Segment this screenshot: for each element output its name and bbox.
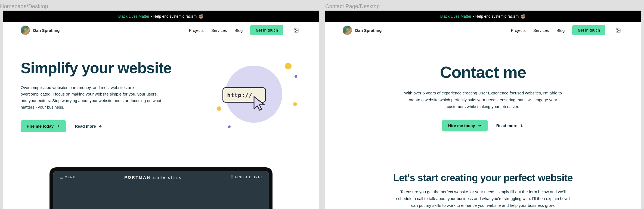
nav-blog[interactable]: Blog (556, 28, 565, 33)
hero-title: Simplify your website (21, 60, 172, 76)
read-more-link[interactable]: Read more (75, 124, 103, 128)
mockup-menu-label: MENU (65, 176, 76, 179)
form-intro-title: Let's start creating your perfect websit… (358, 172, 608, 184)
pin-icon (231, 176, 233, 179)
brand-name: Dan Spratling (33, 28, 60, 33)
banner-highlight: Black Lives Matter (440, 14, 471, 19)
get-in-touch-button[interactable]: Get in touch (250, 25, 283, 35)
illus-dot (285, 63, 292, 69)
announcement-banner[interactable]: Black Lives Matter - Help end systemic r… (3, 11, 319, 22)
form-intro-section: Let's start creating your perfect websit… (325, 148, 641, 209)
mockup-nav: MENU PORTMAN smile clinic FIND A CLINIC (53, 171, 269, 183)
arrow-right-icon (56, 124, 60, 128)
read-more-label: Read more (75, 124, 96, 128)
hire-me-label: Hire me today (27, 124, 54, 128)
laptop-mockup-wrap: MENU PORTMAN smile clinic FIND A CLINIC (3, 167, 319, 209)
arrow-down-icon (519, 124, 524, 128)
hero-illustration: http:// (217, 60, 293, 131)
announcement-banner[interactable]: Black Lives Matter - Help end systemic r… (325, 11, 641, 22)
nav-links: Projects Services Blog Get in touch (189, 25, 301, 35)
illus-dot (228, 125, 231, 128)
fist-icon: ✊🏽 (198, 14, 204, 19)
homepage-frame: Black Lives Matter - Help end systemic r… (3, 11, 319, 209)
contact-description: With over 5 years of experience creating… (401, 90, 565, 110)
arrow-down-icon (98, 124, 103, 128)
avatar (343, 26, 352, 35)
banner-text: - Help end systemic racism (151, 14, 197, 19)
laptop-screen: MENU PORTMAN smile clinic FIND A CLINIC (53, 171, 269, 209)
fist-icon: ✊🏽 (520, 14, 526, 19)
hamburger-icon (60, 176, 63, 179)
frame-label-contact: Contact Page/Desktop (325, 3, 641, 10)
banner-highlight: Black Lives Matter (118, 14, 149, 19)
read-more-link[interactable]: Read more (496, 123, 524, 128)
contact-frame: Black Lives Matter - Help end systemic r… (325, 11, 641, 209)
theme-toggle-button[interactable] (613, 25, 623, 35)
mockup-menu: MENU (60, 176, 76, 179)
hire-me-label: Hire me today (448, 123, 475, 128)
contact-actions: Hire me today Read more (358, 120, 608, 131)
illus-dot (293, 102, 297, 106)
nav-projects[interactable]: Projects (511, 28, 526, 33)
illus-dot (217, 106, 221, 111)
svg-point-1 (295, 29, 296, 30)
theme-icon (615, 27, 621, 33)
contact-hero: Contact me With over 5 years of experien… (325, 38, 641, 148)
hire-me-button[interactable]: Hire me today (21, 120, 66, 132)
mockup-find-clinic: FIND A CLINIC (231, 176, 262, 179)
nav-projects[interactable]: Projects (189, 28, 204, 33)
banner-text: - Help end systemic racism (473, 14, 519, 19)
brand-name: Dan Spratling (355, 28, 382, 33)
nav-links: Projects Services Blog Get in touch (511, 25, 623, 35)
hero-text: Simplify your website Overcomplicated we… (21, 60, 172, 132)
nav-blog[interactable]: Blog (234, 28, 243, 33)
main-nav: Dan Spratling Projects Services Blog Get… (325, 22, 641, 38)
hero-description: Overcomplicated websites burn money, and… (21, 84, 165, 110)
form-intro-description: To ensure you get the perfect website fo… (393, 189, 573, 209)
illus-dot (295, 75, 297, 78)
avatar (21, 26, 30, 35)
frame-label-homepage: Homepage/Desktop (0, 3, 319, 10)
hero-section: Simplify your website Overcomplicated we… (3, 38, 319, 143)
mockup-find-label: FIND A CLINIC (235, 176, 262, 179)
arrow-right-icon (477, 124, 482, 128)
cursor-icon (252, 96, 270, 113)
nav-services[interactable]: Services (211, 28, 227, 33)
svg-point-4 (617, 29, 618, 30)
nav-services[interactable]: Services (533, 28, 549, 33)
hero-actions: Hire me today Read more (21, 120, 172, 132)
brand[interactable]: Dan Spratling (343, 26, 382, 35)
get-in-touch-button[interactable]: Get in touch (572, 25, 605, 35)
theme-icon (293, 27, 299, 33)
laptop-mockup: MENU PORTMAN smile clinic FIND A CLINIC (49, 167, 273, 209)
svg-point-2 (232, 177, 232, 177)
main-nav: Dan Spratling Projects Services Blog Get… (3, 22, 319, 38)
hire-me-button[interactable]: Hire me today (442, 120, 488, 131)
contact-title: Contact me (358, 63, 608, 82)
brand[interactable]: Dan Spratling (21, 26, 60, 35)
mockup-logo: PORTMAN smile clinic (124, 175, 182, 180)
theme-toggle-button[interactable] (291, 25, 301, 35)
read-more-label: Read more (496, 123, 518, 128)
